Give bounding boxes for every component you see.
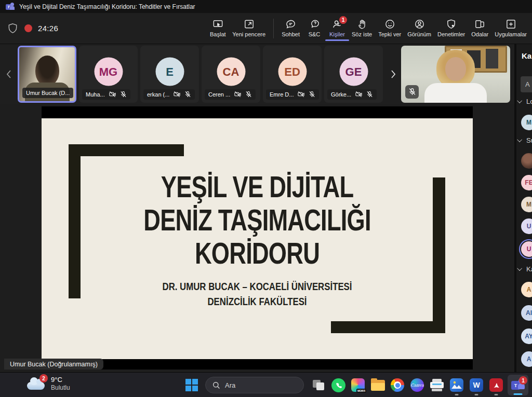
task-view-button[interactable] (309, 374, 328, 396)
word-button[interactable]: W (467, 374, 486, 396)
participants-search-input[interactable]: A (521, 76, 532, 92)
section-attendees[interactable]: Ka (518, 265, 532, 273)
slide-subtitle-line: DR. UMUR BUCAK – KOCAELİ ÜNİVERSİTESİ (76, 279, 438, 294)
whatsapp-button[interactable] (328, 374, 348, 396)
filmstrip-next-button[interactable] (385, 46, 401, 103)
running-indicator (475, 394, 478, 395)
participant-tile[interactable]: E erkan (... (140, 46, 199, 103)
spotlight-video-tile[interactable] (401, 46, 510, 103)
acrobat-icon (489, 378, 503, 392)
new-window-label: Yeni pencere (232, 31, 265, 37)
teams-taskbar-button[interactable]: T 1 (508, 375, 528, 395)
taskbar-search[interactable]: Ara (205, 377, 304, 393)
filmstrip-prev-button[interactable] (0, 46, 18, 103)
start-button[interactable] (183, 377, 200, 393)
avatar-photo[interactable] (521, 153, 532, 169)
mic-off-icon (245, 91, 252, 98)
avatar[interactable]: AY (521, 328, 532, 344)
controls-button[interactable]: Denetimler (434, 16, 468, 41)
react-label: Tepki ver (378, 31, 401, 37)
avatar[interactable]: Al (521, 305, 532, 321)
participant-name-pill: erkan (... (143, 89, 195, 100)
avatar-speaking[interactable]: U (521, 241, 532, 257)
share-screen-icon (212, 18, 224, 30)
chat-icon (285, 18, 297, 30)
participant-tile[interactable]: GE Görke... (324, 46, 383, 103)
people-button[interactable]: Kişiler 1 (326, 16, 349, 41)
share-start-label: Başlat (210, 31, 226, 37)
new-window-button[interactable]: Yeni pencere (229, 16, 269, 41)
weather-condition: Bulutlu (51, 384, 70, 391)
m365-copilot-icon: M365 (351, 378, 365, 392)
raise-hand-button[interactable]: Söz iste (349, 16, 375, 41)
apps-button[interactable]: Uygulamalar (491, 16, 530, 41)
mic-off-icon (366, 91, 373, 98)
mic-off-icon (309, 91, 315, 98)
avatar[interactable]: M (521, 115, 532, 130)
participant-tile[interactable]: ED Emre D... (263, 46, 322, 103)
participant-name: Ceren ... (208, 91, 230, 98)
mic-off-icon (184, 91, 191, 98)
raise-hand-label: Söz iste (352, 31, 372, 37)
chat-button[interactable]: Sohbet (278, 16, 303, 41)
participant-name-pill: Ceren ... (205, 89, 256, 100)
slide-title-line: YEŞİL VE DİJİTAL (89, 170, 425, 203)
qna-icon (309, 18, 321, 30)
participant-name-pill: Muha... (82, 89, 130, 100)
window-title: Yeşil ve Dijital Deniz Taşımacılığı Kori… (19, 3, 195, 10)
photos-button[interactable] (447, 374, 467, 396)
avatar[interactable]: FE (521, 175, 532, 190)
spotlight-muted-indicator (405, 85, 419, 99)
people-label: S&C (309, 31, 321, 37)
section-presenters[interactable]: Su (518, 136, 532, 144)
meeting-controlbar: 24:26 Başlat Yeni pencere Sohbet S&C (0, 13, 532, 44)
canva-button[interactable]: Canva (407, 374, 427, 396)
slide-subtitle-line: DENİZCİLİK FAKÜLTESİ (76, 294, 438, 309)
participant-tile-umur[interactable]: Umur Bucak (D... (18, 46, 76, 103)
rooms-button[interactable]: Odalar (468, 16, 491, 41)
participant-name-pill: Umur Bucak (D... (22, 88, 73, 98)
section-label: Ka (526, 265, 532, 273)
active-app-indicator (514, 393, 523, 395)
avatar[interactable]: A (521, 282, 532, 297)
windows-logo-icon (185, 379, 198, 391)
presenter-name-label: Umur Bucak (Doğrulanmamış) (4, 359, 103, 369)
avatar[interactable]: M (521, 197, 532, 212)
windows-taskbar: 2 9°C Bulutlu Ara M365 (0, 372, 532, 397)
taskbar-search-placeholder: Ara (225, 381, 235, 389)
m365-copilot-button[interactable]: M365 (348, 374, 368, 396)
printer-app-button[interactable] (427, 374, 447, 396)
pop-out-icon (243, 18, 255, 30)
participant-name: Görke... (331, 91, 351, 98)
search-icon (212, 381, 220, 389)
recording-indicator (24, 24, 32, 32)
section-lobby[interactable]: Lo (518, 98, 532, 105)
phone-glyph (335, 381, 342, 389)
teams-icon: T 1 (511, 378, 525, 392)
chrome-button[interactable] (388, 374, 407, 396)
panel-title: Ka (522, 51, 531, 60)
participant-tile[interactable]: MG Muha... (79, 46, 138, 103)
toolbar-divider (273, 19, 274, 38)
view-button[interactable]: Görünüm (404, 16, 434, 41)
avatar[interactable]: A (521, 351, 532, 367)
avatar[interactable]: U (521, 218, 532, 234)
whatsapp-icon (331, 378, 345, 392)
weather-widget[interactable]: 2 9°C Bulutlu (27, 376, 70, 391)
acrobat-button[interactable] (486, 374, 506, 396)
participant-name: Umur Bucak (D... (26, 90, 70, 96)
react-button[interactable]: Tepki ver (375, 16, 404, 41)
canva-icon: Canva (410, 378, 424, 392)
participant-name-pill: Emre D... (266, 89, 319, 100)
participant-tile[interactable]: CA Ceren ... (202, 46, 260, 103)
file-explorer-button[interactable] (368, 374, 388, 396)
qna-button[interactable]: S&C (303, 16, 326, 41)
printer-icon (430, 379, 444, 391)
share-start-button[interactable]: Başlat (206, 16, 229, 41)
participant-name-pill: Görke... (327, 89, 377, 100)
camera-off-icon (174, 91, 180, 98)
shield-gear-icon (445, 18, 457, 30)
avatar: E (155, 58, 184, 86)
cloud-icon: 2 (27, 376, 46, 391)
participant-name: Emre D... (270, 91, 294, 98)
